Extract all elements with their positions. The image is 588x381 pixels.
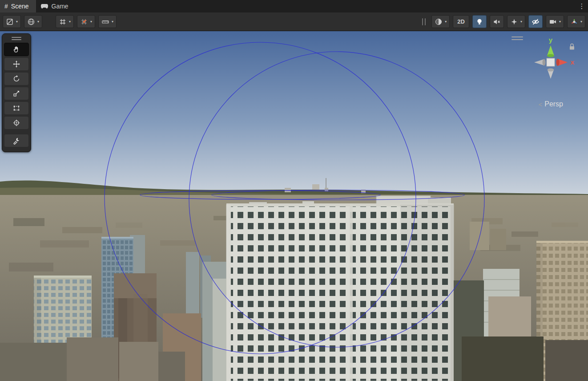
gamepad-icon bbox=[40, 2, 48, 10]
orientation-overlay-drag-handle-icon[interactable] bbox=[511, 36, 523, 40]
y-axis-label: y bbox=[549, 36, 553, 44]
globe-dropdown[interactable]: ▾ bbox=[24, 15, 42, 28]
unity-editor-window: # Scene Game ⋮ ▾ ▾ bbox=[0, 0, 588, 381]
shading-mode-icon bbox=[435, 18, 443, 26]
dropdown-arrow-icon: ▾ bbox=[16, 20, 18, 24]
grid-axis-icon bbox=[59, 18, 67, 26]
visibility-off-icon bbox=[532, 18, 540, 26]
rotate-tool-button[interactable] bbox=[4, 72, 29, 85]
rotate-icon bbox=[12, 75, 20, 83]
tool-palette-overlay bbox=[2, 33, 31, 152]
tab-bar: # Scene Game ⋮ bbox=[0, 0, 588, 12]
tool-handle-dropdown[interactable]: ▾ bbox=[3, 15, 21, 28]
tab-scene[interactable]: # Scene bbox=[0, 0, 36, 12]
dropdown-arrow-icon: ▾ bbox=[69, 20, 71, 24]
dropdown-arrow-icon: ▾ bbox=[445, 20, 447, 24]
gizmo-center-cube[interactable] bbox=[547, 58, 555, 66]
scale-icon bbox=[12, 89, 20, 97]
audio-mute-icon bbox=[493, 18, 501, 26]
grid-snap-dropdown[interactable]: ▾ bbox=[77, 15, 95, 28]
custom-tool-button[interactable] bbox=[4, 134, 29, 147]
rect-tool-button[interactable] bbox=[4, 101, 29, 115]
dropdown-arrow-icon: ▾ bbox=[559, 20, 561, 24]
snap-increment-dropdown[interactable]: ▾ bbox=[98, 15, 117, 28]
neg-x-axis-cone-icon[interactable] bbox=[534, 59, 546, 66]
effects-dropdown[interactable]: ▾ bbox=[507, 15, 525, 28]
scene-viewport[interactable]: y x < Persp bbox=[0, 31, 588, 381]
projection-label: Persp bbox=[544, 100, 563, 108]
light-bulb-icon bbox=[475, 18, 483, 26]
tab-game[interactable]: Game bbox=[36, 0, 76, 12]
persp-chevron-icon: < bbox=[538, 101, 542, 108]
scene-toolbar: ▾ ▾ ▾ ▾ ▾ bbox=[0, 12, 588, 31]
tab-game-label: Game bbox=[52, 3, 68, 10]
dropdown-arrow-icon: ▾ bbox=[520, 20, 522, 24]
view-hand-tool-button[interactable] bbox=[4, 43, 29, 56]
hand-icon bbox=[12, 45, 20, 53]
move-icon bbox=[12, 60, 20, 68]
gizmos-icon bbox=[570, 18, 578, 26]
grid-snap-icon bbox=[80, 18, 88, 26]
grid-axis-dropdown[interactable]: ▾ bbox=[56, 15, 74, 28]
palette-drag-handle-icon[interactable] bbox=[12, 37, 21, 40]
kebab-menu-icon[interactable]: ⋮ bbox=[576, 0, 588, 12]
central-tower bbox=[226, 178, 454, 381]
tool-handle-icon bbox=[6, 18, 14, 26]
rect-tool-icon bbox=[12, 104, 20, 112]
dropdown-arrow-icon: ▾ bbox=[580, 20, 582, 24]
toolbar-separator bbox=[422, 18, 426, 25]
transform-icon bbox=[12, 119, 20, 127]
effects-icon bbox=[510, 18, 518, 26]
camera-dropdown[interactable]: ▾ bbox=[546, 15, 564, 28]
y-axis-cone-icon[interactable] bbox=[547, 45, 554, 57]
tab-scene-label: Scene bbox=[11, 3, 29, 10]
dropdown-arrow-icon: ▾ bbox=[90, 20, 92, 24]
move-tool-button[interactable] bbox=[4, 57, 29, 71]
neg-y-axis-cone-icon[interactable] bbox=[548, 69, 554, 79]
camera-icon bbox=[549, 18, 557, 26]
sky bbox=[0, 31, 588, 197]
audio-toggle-button[interactable] bbox=[490, 15, 504, 28]
tab-bar-empty bbox=[76, 0, 576, 12]
gizmos-dropdown[interactable]: ▾ bbox=[567, 15, 585, 28]
orientation-gizmo[interactable]: y x bbox=[523, 35, 578, 90]
snap-increment-icon bbox=[101, 18, 109, 26]
grid-hash-icon: # bbox=[4, 3, 8, 10]
custom-tool-icon bbox=[12, 137, 20, 145]
transform-tool-button[interactable] bbox=[4, 116, 29, 130]
2d-toggle-button[interactable]: 2D bbox=[453, 15, 469, 28]
lighting-toggle-button[interactable] bbox=[472, 15, 487, 28]
dropdown-arrow-icon: ▾ bbox=[112, 20, 113, 24]
globe-icon bbox=[27, 18, 35, 26]
x-axis-label: x bbox=[571, 58, 575, 66]
scene-render bbox=[0, 31, 588, 381]
shading-mode-dropdown[interactable]: ▾ bbox=[431, 15, 450, 28]
dropdown-arrow-icon: ▾ bbox=[37, 20, 39, 24]
x-axis-cone-icon[interactable] bbox=[556, 59, 568, 66]
projection-toggle[interactable]: < Persp bbox=[538, 100, 563, 108]
scene-visibility-button[interactable] bbox=[528, 15, 543, 28]
scale-tool-button[interactable] bbox=[4, 87, 29, 100]
